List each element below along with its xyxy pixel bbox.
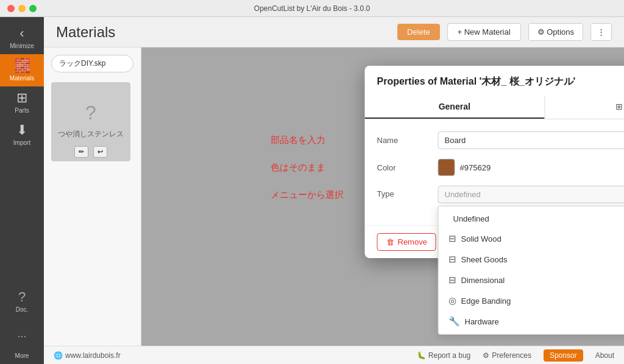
website-link[interactable]: 🌐 www.lairdubois.fr	[54, 351, 121, 360]
edge-banding-icon: ◎	[448, 295, 456, 306]
app-body: ‹ Minimize 🧱 Materials ⊞ Parts ⬇ Import …	[0, 17, 624, 364]
type-label: Type	[377, 186, 438, 198]
form-row-type: メニューから選択 Type Undefined ▼ ↖	[377, 186, 625, 203]
materials-icon: 🧱	[14, 59, 30, 72]
minimize-button[interactable]	[18, 5, 26, 12]
dropdown-label-solid-wood: Solid Wood	[461, 234, 502, 243]
main-header: Materials Delete + New Material ⚙ Option…	[44, 17, 624, 47]
dropdown-label-sheet-goods: Sheet Goods	[461, 255, 508, 264]
dropdown-item-undefined[interactable]: Undefined ✓	[439, 209, 625, 228]
options-button[interactable]: ⚙ Options	[528, 23, 583, 41]
solid-wood-icon: ⊟	[448, 233, 456, 244]
sheet-goods-icon: ⊟	[448, 254, 456, 265]
thumbnail-actions: ✏ ↩	[74, 146, 107, 158]
thumbnail-edit-button[interactable]: ✏	[74, 146, 88, 158]
color-label: Color	[377, 163, 438, 172]
more-dots-icon: ···	[17, 323, 26, 350]
delete-button[interactable]: Delete	[397, 24, 440, 40]
parts-icon: ⊞	[16, 91, 27, 105]
material-thumb-label: つや消しステンレス	[55, 127, 126, 142]
thumbnail-action-button[interactable]: ↩	[93, 146, 107, 158]
name-input[interactable]	[438, 131, 625, 149]
sidebar-item-import[interactable]: ⬇ Import	[0, 119, 44, 151]
sidebar: ‹ Minimize 🧱 Materials ⊞ Parts ⬇ Import …	[0, 17, 44, 364]
remove-button[interactable]: 🗑 Remove	[377, 233, 436, 251]
gear-icon: ⚙	[483, 351, 489, 360]
bottom-bar: 🌐 www.lairdubois.fr 🐛 Report a bug ⚙ Pre…	[44, 346, 624, 364]
trash-icon: 🗑	[386, 237, 394, 247]
annotation-color: 色はそのまま	[271, 162, 325, 173]
dropdown-item-solid-wood[interactable]: ⊟ Solid Wood 無垢材(むく材)	[439, 228, 625, 249]
import-icon: ⬇	[16, 124, 27, 137]
file-sidebar: ラックDIY.skp ? つや消しステンレス ✏ ↩	[44, 47, 141, 346]
sidebar-item-doc[interactable]: ? Doc.	[0, 285, 44, 318]
modal-tabs: General ⊞ Texture	[365, 96, 625, 119]
sidebar-item-materials[interactable]: 🧱 Materials	[0, 54, 44, 86]
globe-icon: 🌐	[54, 351, 63, 360]
color-picker-row: #975629 + ×	[438, 159, 625, 176]
chevron-left-icon: ‹	[20, 27, 24, 40]
form-row-color: 色はそのまま Color #975629 + ×	[377, 159, 625, 176]
type-selected-value: Undefined	[445, 190, 481, 199]
question-mark-icon: ?	[85, 102, 96, 124]
material-thumbnail: ? つや消しステンレス ✏ ↩	[51, 82, 130, 161]
color-hex-value: #975629	[460, 163, 491, 172]
hardware-icon: 🔧	[448, 316, 460, 327]
annotation-name: 部品名を入力	[271, 135, 325, 146]
type-select-wrapper: Undefined ▼ ↖	[438, 186, 625, 203]
bug-icon: 🐛	[417, 351, 426, 360]
name-label: Name	[377, 136, 438, 145]
sponsor-button[interactable]: Sponsor	[544, 349, 583, 362]
dimensional-icon: ⊟	[448, 275, 456, 285]
content-area: ラックDIY.skp ? つや消しステンレス ✏ ↩ Propert	[44, 47, 624, 346]
dropdown-label-undefined: Undefined	[453, 214, 489, 223]
sidebar-item-minimize[interactable]: ‹ Minimize	[0, 22, 44, 54]
dropdown-label-hardware: Hardware	[465, 317, 499, 326]
dropdown-label-dimensional: Dimensional	[461, 276, 505, 285]
dropdown-item-dimensional[interactable]: ⊟ Dimensional 製材された材 →	[439, 270, 625, 290]
properties-modal: Properties of Material '木材_ 桜_オリジナル' × G…	[365, 66, 625, 258]
sidebar-item-more[interactable]: ··· More	[0, 318, 44, 364]
preferences-link[interactable]: ⚙ Preferences	[483, 351, 531, 360]
type-dropdown: Undefined ✓ ⊟ Solid Wood	[438, 206, 625, 335]
dropdown-item-sheet-goods[interactable]: ⊟ Sheet Goods シートグッズ	[439, 249, 625, 270]
form-row-name: 部品名を入力 Name	[377, 131, 625, 149]
dropdown-label-edge-banding: Edge Banding	[461, 296, 511, 306]
window-controls	[7, 5, 37, 12]
more-options-button[interactable]: ⋮	[590, 23, 612, 41]
sidebar-item-parts[interactable]: ⊞ Parts	[0, 86, 44, 119]
titlebar: OpenCutList by L'Air du Bois - 3.0.0	[0, 0, 624, 17]
maximize-button[interactable]	[29, 5, 37, 12]
material-main: Properties of Material '木材_ 桜_オリジナル' × G…	[141, 47, 624, 346]
close-button[interactable]	[7, 5, 15, 12]
modal-header: Properties of Material '木材_ 桜_オリジナル' ×	[365, 66, 625, 88]
modal-title: Properties of Material '木材_ 桜_オリジナル'	[377, 75, 576, 88]
dropdown-item-hardware[interactable]: 🔧 Hardware ネジ、釘、金具など	[439, 311, 625, 332]
main-content: Materials Delete + New Material ⚙ Option…	[44, 17, 624, 364]
annotation-type: メニューから選択	[271, 189, 344, 201]
tab-texture[interactable]: ⊞ Texture	[545, 96, 624, 119]
type-select[interactable]: Undefined ▼ ↖	[438, 186, 625, 203]
window-title: OpenCutList by L'Air du Bois - 3.0.0	[254, 4, 370, 13]
filename-pill[interactable]: ラックDIY.skp	[51, 55, 133, 72]
tab-general[interactable]: General	[365, 96, 545, 119]
modal-body: 部品名を入力 Name 色はそのまま Color #975629	[365, 119, 625, 225]
color-swatch[interactable]	[438, 159, 455, 176]
page-title: Materials	[56, 24, 390, 41]
about-link[interactable]: About	[595, 351, 614, 360]
dropdown-item-edge-banding[interactable]: ◎ Edge Banding エッジバンディング	[439, 290, 625, 311]
report-bug-link[interactable]: 🐛 Report a bug	[417, 351, 470, 360]
doc-icon: ?	[18, 290, 26, 304]
new-material-button[interactable]: + New Material	[447, 23, 521, 41]
